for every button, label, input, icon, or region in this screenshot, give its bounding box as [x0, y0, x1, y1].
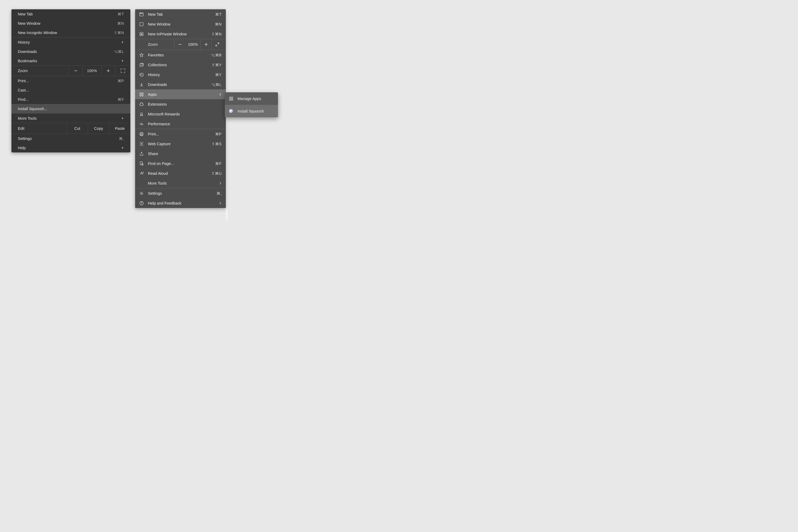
settings-icon — [139, 191, 144, 196]
zoom-row: Zoom 100% — [12, 65, 130, 76]
menu-item-downloads[interactable]: Downloads ⌥⌘L — [12, 47, 130, 56]
label-new-window: New Window — [18, 21, 117, 25]
svg-rect-2 — [108, 70, 109, 72]
label-new-tab: New Tab — [18, 12, 118, 16]
extensions-icon — [139, 101, 144, 107]
menu-item-new-window[interactable]: New Window ⌘N — [135, 19, 226, 29]
shortcut-downloads: ⌥⌘L — [114, 50, 124, 54]
shortcut-new-inprivate: ⇧⌘N — [211, 32, 222, 36]
menu-item-collections[interactable]: Collections ⇧⌘Y — [135, 60, 226, 70]
svg-rect-32 — [230, 97, 231, 98]
label-help: Help — [18, 146, 121, 150]
menu-item-history[interactable]: History — [12, 38, 130, 47]
label-new-tab: New Tab — [148, 12, 215, 17]
paste-button[interactable]: Paste — [109, 123, 130, 134]
zoom-value: 100% — [185, 39, 200, 50]
menu-item-web-capture[interactable]: Web Capture ⇧⌘S — [135, 139, 226, 149]
shortcut-settings: ⌘, — [119, 136, 124, 141]
menu-item-new-window[interactable]: New Window ⌘N — [12, 19, 130, 28]
label-find: Find... — [18, 97, 118, 101]
shortcut-collections: ⇧⌘Y — [212, 63, 222, 67]
menu-item-install-squoosh[interactable]: Install Squoosh... — [12, 104, 130, 113]
menu-item-more-tools[interactable]: More Tools — [135, 178, 226, 188]
menu-item-manage-apps[interactable]: Manage Apps — [225, 92, 278, 105]
menu-item-new-inprivate[interactable]: New InPrivate Window ⇧⌘N — [135, 29, 226, 39]
menu-item-performance[interactable]: Performance — [135, 119, 226, 129]
help-icon — [139, 201, 144, 206]
label-new-incognito: New Incognito Window — [18, 31, 114, 35]
menu-item-history[interactable]: History ⌘Y — [135, 70, 226, 79]
zoom-in-button[interactable] — [200, 39, 211, 50]
menu-item-settings[interactable]: Settings ⌘, — [135, 188, 226, 198]
shortcut-print: ⌘P — [215, 132, 222, 136]
menu-item-more-tools[interactable]: More Tools — [12, 114, 130, 123]
shortcut-read-aloud: ⇧⌘U — [211, 171, 222, 175]
zoom-label: Zoom — [148, 42, 174, 46]
collections-icon — [139, 62, 144, 68]
menu-item-settings[interactable]: Settings ⌘, — [12, 134, 130, 143]
capture-icon — [139, 141, 144, 147]
svg-rect-20 — [140, 95, 141, 96]
label-install-squoosh: Install Squoosh — [238, 109, 274, 113]
apps-icon — [228, 96, 234, 101]
copy-button[interactable]: Copy — [88, 123, 109, 134]
label-settings: Settings — [148, 191, 216, 195]
menu-item-find[interactable]: Find... ⌘F — [12, 95, 130, 104]
svg-point-22 — [140, 113, 142, 114]
label-settings: Settings — [18, 136, 119, 141]
label-manage-apps: Manage Apps — [238, 97, 274, 101]
svg-point-26 — [141, 143, 142, 145]
menu-item-help[interactable]: Help and Feedback — [135, 198, 226, 208]
new-tab-icon — [139, 12, 144, 17]
menu-item-find-on-page[interactable]: Find on Page... ⌘F — [135, 158, 226, 168]
svg-rect-34 — [230, 99, 231, 100]
squoosh-icon — [228, 109, 234, 114]
zoom-out-button[interactable] — [69, 65, 82, 76]
history-icon — [139, 72, 144, 77]
menu-item-share[interactable]: Share — [135, 149, 226, 158]
zoom-in-button[interactable] — [101, 65, 115, 76]
label-more-tools: More Tools — [18, 116, 121, 120]
rewards-icon — [139, 111, 144, 117]
svg-rect-10 — [140, 34, 142, 35]
fullscreen-button[interactable] — [115, 65, 130, 76]
label-cast: Cast... — [18, 88, 124, 92]
apps-icon — [139, 92, 144, 97]
svg-rect-24 — [140, 133, 144, 135]
label-favorites: Favorites — [148, 53, 211, 57]
menu-item-bookmarks[interactable]: Bookmarks — [12, 56, 130, 65]
svg-rect-8 — [140, 22, 144, 26]
menu-item-new-incognito[interactable]: New Incognito Window ⇧⌘N — [12, 28, 130, 37]
menu-item-help[interactable]: Help — [12, 143, 130, 152]
inprivate-icon — [139, 32, 144, 37]
menu-item-print[interactable]: Print... ⌘P — [135, 129, 226, 139]
menu-item-downloads[interactable]: Downloads ⌥⌘L — [135, 79, 226, 89]
label-history: History — [148, 73, 215, 77]
svg-rect-27 — [140, 162, 142, 165]
label-rewards: Microsoft Rewards — [148, 112, 222, 116]
menu-item-extensions[interactable]: Extensions — [135, 99, 226, 109]
label-print: Print... — [148, 132, 215, 136]
svg-point-29 — [141, 193, 142, 194]
shortcut-downloads: ⌥⌘L — [211, 82, 222, 87]
svg-point-5 — [140, 13, 140, 13]
menu-item-new-tab[interactable]: New Tab ⌘T — [135, 9, 226, 19]
cut-button[interactable]: Cut — [66, 123, 88, 134]
menu-item-install-squoosh[interactable]: Install Squoosh — [225, 105, 278, 117]
zoom-row: Zoom 100% — [135, 39, 226, 50]
read-aloud-icon — [139, 171, 144, 176]
menu-item-read-aloud[interactable]: Read Aloud ⇧⌘U — [135, 168, 226, 178]
svg-rect-33 — [231, 97, 233, 98]
menu-item-apps[interactable]: Apps — [135, 89, 226, 99]
menu-item-new-tab[interactable]: New Tab ⌘T — [12, 9, 130, 19]
menu-item-cast[interactable]: Cast... — [12, 86, 130, 95]
print-icon — [139, 131, 144, 137]
label-extensions: Extensions — [148, 102, 222, 107]
shortcut-history: ⌘Y — [215, 73, 222, 77]
menu-item-rewards[interactable]: Microsoft Rewards — [135, 109, 226, 119]
menu-item-print[interactable]: Print... ⌘P — [12, 76, 130, 86]
menu-item-favorites[interactable]: Favorites ⌥⌘B — [135, 50, 226, 60]
fullscreen-button[interactable] — [211, 39, 223, 50]
zoom-out-button[interactable] — [174, 39, 185, 50]
shortcut-find: ⌘F — [118, 97, 124, 101]
